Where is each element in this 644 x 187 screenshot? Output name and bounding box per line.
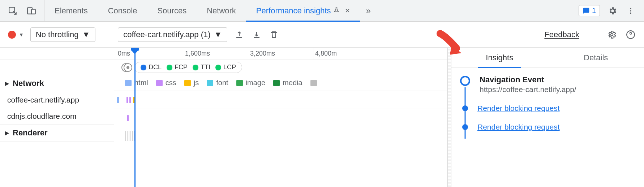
section-network[interactable]: ▶Network [0,75,114,92]
svg-point-9 [126,66,129,69]
legend-label: image [246,79,265,87]
marker-origin-icon [124,63,132,72]
triangle-right-icon: ▶ [5,81,9,86]
timeline-canvas[interactable]: 0ms 1,600ms 3,200ms 4,800m DCL FCP TTI [114,48,451,187]
record-dot-icon [8,31,16,39]
host-row[interactable]: cdnjs.cloudflare.com [0,108,114,125]
throttling-select[interactable]: No throttling ▼ [30,27,95,42]
legend-label: css [166,79,176,87]
gear-outline-icon[interactable] [606,29,617,40]
legend-label: html [134,79,148,87]
legend-label: js [194,79,199,87]
main-split: ▶Network coffee-cart.netlify.app cdnjs.c… [0,48,644,187]
tabbar-right-tools: 1 [571,5,644,16]
marker-label: FCP [175,64,188,71]
timeline-pane: ▶Network coffee-cart.netlify.app cdnjs.c… [0,48,451,187]
tab-label: Insights [486,53,513,62]
tab-label: Sources [157,6,186,16]
section-label: Renderer [13,128,48,138]
tab-label: Elements [55,6,88,16]
inspect-tools [0,0,44,21]
svg-point-3 [630,8,631,9]
svg-point-6 [611,33,613,36]
tick-label: 3,200ms [250,50,275,57]
device-toolbar-icon[interactable] [26,5,37,16]
network-track[interactable] [114,109,451,127]
close-icon[interactable]: ✕ [345,7,350,15]
tick-label: 0ms [118,50,130,57]
host-label: coffee-cart.netlify.app [7,96,79,104]
insight-link[interactable]: Render blocking request [477,104,560,113]
triangle-right-icon: ▶ [5,130,9,136]
tab-label: Performance insights [256,6,331,16]
tab-label: Details [584,53,608,62]
event-url: https://coffee-cart.netlify.app/ [480,85,576,94]
tick-label: 4,800m [315,50,337,57]
more-tabs-chevron-icon[interactable]: » [360,6,377,16]
throttling-value: No throttling [36,30,79,39]
help-icon[interactable] [625,29,636,40]
issues-badge[interactable]: 1 [579,5,600,16]
marker-label: TTI [201,64,210,71]
tab-insights[interactable]: Insights [451,48,548,68]
insights-toolbar: ▼ No throttling ▼ coffee-cart.netlify.ap… [0,22,644,48]
tab-console[interactable]: Console [98,0,147,21]
chevron-down-icon: ▼ [19,32,24,38]
panel-tabs: Elements Console Sources Network Perform… [44,0,360,21]
insights-sidebar: Insights Details Navigation Event https:… [451,48,644,187]
import-icon[interactable] [251,29,262,40]
chevron-down-icon: ▼ [214,30,222,39]
export-icon[interactable] [234,29,245,40]
tab-details[interactable]: Details [548,48,644,68]
timeline-sections: ▶Network coffee-cart.netlify.app cdnjs.c… [0,48,451,187]
resize-handle[interactable] [447,48,451,187]
tab-sources[interactable]: Sources [147,0,197,21]
section-label: Network [13,79,44,88]
tab-network[interactable]: Network [197,0,246,21]
timeline-sidebar: ▶Network coffee-cart.netlify.app cdnjs.c… [0,48,114,187]
tab-label: Network [207,6,236,16]
tick-label: 1,600ms [185,50,210,57]
insights-tabs: Insights Details [451,48,644,68]
navigation-event: Navigation Event https://coffee-cart.net… [460,75,635,94]
recording-select[interactable]: coffee-cart.netlify.app (1) ▼ [118,27,227,42]
svg-point-5 [630,12,631,14]
svg-point-4 [630,10,631,12]
host-row[interactable]: coffee-cart.netlify.app [0,92,114,108]
flask-icon [333,6,340,16]
devtools-tabbar: Elements Console Sources Network Perform… [0,0,644,22]
marker-row: DCL FCP TTI LCP [114,60,451,75]
kebab-menu-icon[interactable] [625,5,636,16]
network-track[interactable] [114,91,451,109]
tab-performance-insights[interactable]: Performance insights ✕ [246,0,360,21]
resource-legend: html css js font image media [114,75,451,91]
toolbar-right-icons [596,22,636,47]
legend-label: media [283,79,302,87]
feedback-link[interactable]: Feedback [544,30,579,39]
legend-label: font [216,79,228,87]
svg-rect-2 [31,9,35,14]
issues-count: 1 [592,6,596,15]
tab-elements[interactable]: Elements [44,0,98,21]
chevron-down-icon: ▼ [82,30,90,39]
record-button[interactable]: ▼ [8,31,24,39]
inspect-element-icon[interactable] [7,5,18,16]
renderer-track[interactable] [114,127,451,145]
marker-label: LCP [223,64,236,71]
tab-label: Console [108,6,137,16]
delete-icon[interactable] [269,29,279,40]
recording-value: coffee-cart.netlify.app (1) [123,30,210,39]
marker-label: DCL [149,64,162,71]
insights-body: Navigation Event https://coffee-cart.net… [451,68,644,139]
settings-gear-icon[interactable] [607,5,618,16]
event-circle-icon [460,76,470,86]
playhead[interactable] [134,48,136,187]
insight-item[interactable]: Render blocking request [460,104,635,113]
host-label: cdnjs.cloudflare.com [7,112,76,120]
time-ruler[interactable]: 0ms 1,600ms 3,200ms 4,800m [114,48,451,60]
event-title: Navigation Event [480,75,576,84]
insight-item[interactable]: Render blocking request [460,123,635,131]
metrics-pill[interactable]: DCL FCP TTI LCP [134,62,242,73]
insight-link[interactable]: Render blocking request [477,123,560,131]
section-renderer[interactable]: ▶Renderer [0,125,114,142]
